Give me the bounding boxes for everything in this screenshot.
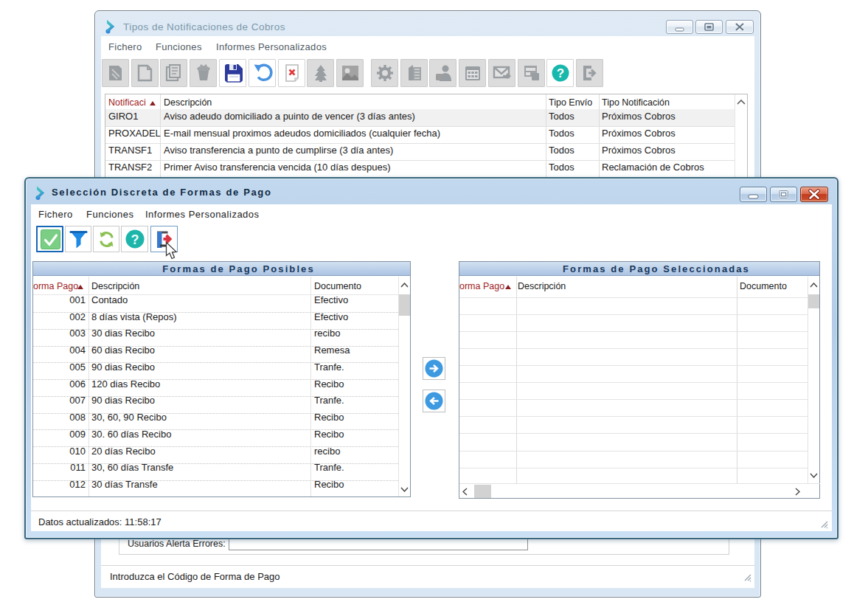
svg-text:?: ? xyxy=(557,66,564,80)
svg-text:?: ? xyxy=(131,232,139,247)
